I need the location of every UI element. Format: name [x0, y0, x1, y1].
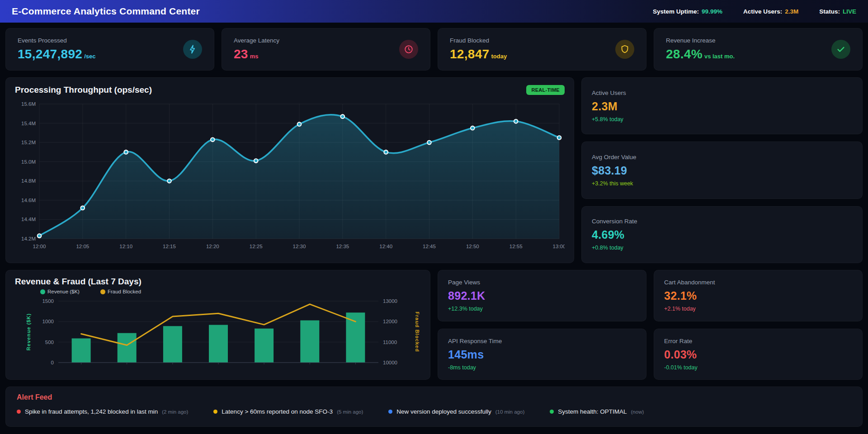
- stat-value: 0.03%: [664, 348, 852, 361]
- kpi-card-events-processed: Events Processed15,247,892/sec: [5, 28, 214, 71]
- svg-text:12:05: 12:05: [76, 244, 89, 249]
- svg-text:1000: 1000: [42, 319, 54, 324]
- kpi-value: 15,247,892: [18, 47, 82, 61]
- alert-time: (2 min ago): [162, 409, 188, 415]
- kpi-info: Average Latency23ms: [234, 37, 279, 61]
- svg-text:14.6M: 14.6M: [21, 198, 36, 203]
- side-stats-column: Active Users2.3M+5.8% todayAvg Order Val…: [581, 77, 863, 263]
- stat-label: Error Rate: [664, 338, 852, 344]
- alert-text: Latency > 60ms reported on node SFO-3: [222, 408, 333, 415]
- alert-feed-title: Alert Feed: [17, 393, 851, 401]
- alert-dot: [388, 410, 392, 414]
- legend-item-revenue-k: Revenue ($K): [40, 289, 80, 294]
- alert-dot: [17, 410, 21, 414]
- kpi-card-revenue-increase: Revenue Increase28.4%vs last mo.: [654, 28, 863, 71]
- alert-feed-panel: Alert Feed Spike in fraud attempts, 1,24…: [5, 387, 863, 427]
- svg-text:13000: 13000: [383, 298, 397, 304]
- kpi-card-average-latency: Average Latency23ms: [222, 28, 430, 71]
- bottom-stats-grid: Page Views892.1K+12.3% todayCart Abandon…: [438, 270, 863, 380]
- stat-delta: +12.3% today: [448, 306, 636, 312]
- stat-delta: +3.2% this week: [592, 180, 852, 187]
- svg-text:0: 0: [51, 360, 54, 365]
- svg-text:15.4M: 15.4M: [21, 121, 36, 126]
- svg-text:12:55: 12:55: [509, 244, 523, 249]
- dashboard-page: E-Commerce Analytics Command Center Syst…: [0, 0, 868, 432]
- stat-value: 4.69%: [592, 228, 852, 241]
- stat-card-conversion-rate: Conversion Rate4.69%+0.8% today: [581, 206, 863, 263]
- kpi-suffix: today: [491, 53, 507, 60]
- stat-delta: +2.1% today: [664, 306, 852, 312]
- realtime-badge: REAL-TIME: [526, 85, 565, 95]
- svg-text:14.4M: 14.4M: [21, 217, 36, 222]
- kpi-label: Fraud Blocked: [450, 37, 507, 44]
- svg-text:12:35: 12:35: [336, 244, 349, 249]
- kpi-suffix: ms: [250, 53, 259, 60]
- svg-text:Revenue ($K): Revenue ($K): [26, 313, 31, 350]
- header-stat-value: 2.3M: [785, 8, 798, 15]
- stat-delta: -0.01% today: [664, 364, 852, 371]
- stat-value: 2.3M: [592, 100, 852, 113]
- alert-item: Spike in fraud attempts, 1,242 blocked i…: [17, 408, 188, 415]
- clock-icon: [399, 40, 418, 59]
- throughput-chart[interactable]: 14.2M14.4M14.6M14.8M15.0M15.2M15.4M15.6M…: [15, 99, 565, 251]
- kpi-card-fraud-blocked: Fraud Blocked12,847today: [438, 28, 646, 71]
- revenue-chart-title: Revenue & Fraud (Last 7 Days): [15, 277, 421, 287]
- middle-row: Processing Throughput (ops/sec) REAL-TIM…: [5, 77, 863, 263]
- throughput-panel-head: Processing Throughput (ops/sec) REAL-TIM…: [15, 85, 565, 95]
- app-header: E-Commerce Analytics Command Center Syst…: [0, 0, 868, 23]
- alert-feed-list: Spike in fraud attempts, 1,242 blocked i…: [17, 408, 851, 415]
- stat-label: Active Users: [592, 90, 852, 96]
- throughput-chart-title: Processing Throughput (ops/sec): [15, 85, 152, 95]
- revenue-fraud-chart[interactable]: 05001000150010000110001200013000Revenue …: [15, 297, 422, 368]
- svg-text:500: 500: [45, 340, 54, 345]
- stat-value: 892.1K: [448, 289, 636, 302]
- alert-item: New version deployed successfully(10 min…: [388, 408, 524, 415]
- svg-text:12:25: 12:25: [250, 244, 263, 249]
- svg-text:12000: 12000: [383, 319, 397, 324]
- kpi-label: Average Latency: [234, 37, 279, 44]
- stat-label: Avg Order Value: [592, 154, 852, 160]
- shield-icon: [615, 40, 634, 59]
- stat-value: $83.19: [592, 164, 852, 177]
- alert-dot: [213, 410, 217, 414]
- alert-item: Latency > 60ms reported on node SFO-3(5 …: [213, 408, 363, 415]
- legend-item-fraud-blocked: Fraud Blocked: [100, 289, 141, 294]
- svg-text:14.8M: 14.8M: [21, 178, 36, 184]
- stat-card-error-rate: Error Rate0.03%-0.01% today: [654, 329, 863, 380]
- stat-label: Cart Abandonment: [664, 279, 852, 286]
- alert-dot: [550, 410, 554, 414]
- alert-time: (10 min ago): [495, 409, 525, 415]
- lightning-icon: [183, 40, 202, 59]
- stat-card-active-users: Active Users2.3M+5.8% today: [581, 77, 863, 134]
- svg-text:12:00: 12:00: [33, 244, 46, 249]
- bottom-row: Revenue & Fraud (Last 7 Days) Revenue ($…: [5, 270, 863, 380]
- stat-card-avg-order-value: Avg Order Value$83.19+3.2% this week: [581, 142, 863, 198]
- header-stat-active-users: Active Users:2.3M: [743, 8, 798, 15]
- svg-text:12:50: 12:50: [466, 244, 479, 249]
- stat-card-cart-abandonment: Cart Abandonment32.1%+2.1% today: [654, 270, 863, 321]
- svg-text:12:20: 12:20: [206, 244, 219, 249]
- header-stats: System Uptime:99.99%Active Users:2.3MSta…: [653, 8, 856, 15]
- header-stat-system-uptime: System Uptime:99.99%: [653, 8, 722, 15]
- dashboard-body: Events Processed15,247,892/secAverage La…: [0, 23, 868, 432]
- svg-text:12:30: 12:30: [293, 244, 306, 249]
- svg-text:15.2M: 15.2M: [21, 140, 36, 145]
- legend-label: Revenue ($K): [47, 289, 80, 294]
- stat-value: 32.1%: [664, 289, 852, 302]
- svg-text:12:45: 12:45: [423, 244, 436, 249]
- kpi-value: 23: [234, 47, 248, 61]
- stat-label: Page Views: [448, 279, 636, 286]
- stat-label: Conversion Rate: [592, 218, 852, 225]
- header-stat-status: Status:LIVE: [819, 8, 856, 15]
- alert-text: System health: OPTIMAL: [558, 408, 627, 415]
- revenue-fraud-panel: Revenue & Fraud (Last 7 Days) Revenue ($…: [5, 270, 430, 380]
- svg-text:12:40: 12:40: [379, 244, 392, 249]
- header-stat-value: 99.99%: [702, 8, 722, 15]
- header-stat-label: Active Users:: [743, 8, 782, 15]
- kpi-value-row: 28.4%vs last mo.: [666, 47, 735, 61]
- svg-text:15.6M: 15.6M: [21, 101, 36, 107]
- kpi-value-row: 15,247,892/sec: [18, 47, 95, 61]
- kpi-value-row: 23ms: [234, 47, 279, 61]
- header-stat-label: System Uptime:: [653, 8, 699, 15]
- alert-time: (5 min ago): [337, 409, 363, 415]
